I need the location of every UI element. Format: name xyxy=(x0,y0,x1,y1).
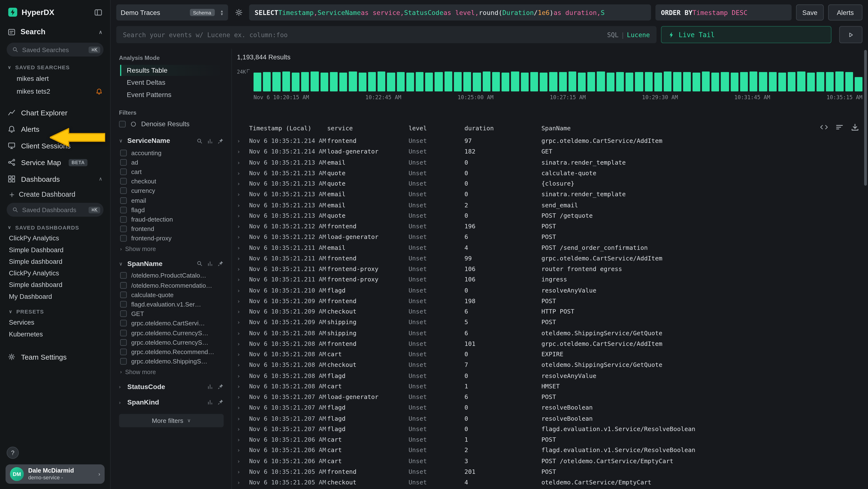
scrollbar[interactable] xyxy=(864,50,867,487)
event-search-box[interactable]: SQL|Lucene xyxy=(116,26,656,43)
facet-value-calculate-quote[interactable]: calculate-quote xyxy=(119,290,224,299)
row-expander[interactable]: › xyxy=(237,159,249,166)
histogram-bar[interactable] xyxy=(435,72,443,91)
table-row[interactable]: › Nov 6 10:35:21.208 AMcheckoutUnset7ote… xyxy=(232,360,868,371)
facet-value-checkbox[interactable] xyxy=(120,339,127,346)
facet-value-accounting[interactable]: accounting xyxy=(119,148,224,157)
sidebar-section-search[interactable]: Search ∧ xyxy=(0,23,110,40)
table-row[interactable]: › Nov 6 10:35:21.207 AMflagdUnset0flagd.… xyxy=(232,424,868,434)
sidebar-item-alerts[interactable]: Alerts xyxy=(0,121,110,138)
sidebar-item-dashboards[interactable]: Dashboards ∧ xyxy=(0,171,110,187)
facet-value-grpc-oteldemo-shippings[interactable]: grpc.oteldemo.ShippingS… xyxy=(119,357,224,366)
row-expander[interactable]: › xyxy=(237,372,249,379)
preset-item-kubernetes[interactable]: Kubernetes xyxy=(0,328,110,340)
histogram-bar[interactable] xyxy=(835,72,843,91)
histogram-bar[interactable] xyxy=(463,72,471,91)
facet-pin-icon[interactable] xyxy=(217,399,223,405)
row-expander[interactable]: › xyxy=(237,191,249,198)
table-row[interactable]: › Nov 6 10:35:21.212 AMfrontendUnset196P… xyxy=(232,221,868,232)
show-more-button[interactable]: ›Show more xyxy=(119,366,224,378)
facet-value-frontend[interactable]: frontend xyxy=(119,224,224,234)
table-row[interactable]: › Nov 6 10:35:21.211 AMfrontendUnset99gr… xyxy=(232,253,868,264)
histogram-bar[interactable] xyxy=(530,72,538,91)
facet-header-spankind[interactable]: › SpanKind xyxy=(119,395,224,409)
saved-dashboard-item-simple-dashboard[interactable]: Simple dashboard xyxy=(0,279,110,290)
facet-value-checkbox[interactable] xyxy=(120,272,127,279)
histogram-bar[interactable] xyxy=(549,72,557,91)
help-button[interactable]: ? xyxy=(7,446,19,459)
facet-value-checkbox[interactable] xyxy=(120,159,127,166)
histogram-bar[interactable] xyxy=(578,73,586,91)
histogram-bar[interactable] xyxy=(492,72,500,91)
more-filters-button[interactable]: More filters ∨ xyxy=(119,414,224,427)
row-expander[interactable]: › xyxy=(237,351,249,358)
facet-value-currency[interactable]: currency xyxy=(119,186,224,196)
sidebar-item-service-map[interactable]: Service Map BETA xyxy=(0,154,110,171)
histogram-bar[interactable] xyxy=(788,72,796,91)
histogram-bar[interactable] xyxy=(483,72,490,91)
table-row[interactable]: › Nov 6 10:35:21.208 AMflagdUnset0resolv… xyxy=(232,371,868,381)
facet-value-fraud-detection[interactable]: fraud-detection xyxy=(119,214,224,224)
row-expander[interactable]: › xyxy=(237,426,249,433)
histogram-bar[interactable] xyxy=(254,73,261,91)
histogram-bar[interactable] xyxy=(826,72,834,91)
facet-value-grpc-oteldemo-currencys[interactable]: grpc.oteldemo.CurrencyS… xyxy=(119,338,224,347)
scrollbar-thumb[interactable] xyxy=(864,50,867,186)
table-row[interactable]: › Nov 6 10:35:21.207 AMflagdUnset0resolv… xyxy=(232,402,868,413)
histogram-bar[interactable] xyxy=(692,73,701,91)
sidebar-item-client-sessions[interactable]: Client Sessions xyxy=(0,137,110,154)
row-expander[interactable]: › xyxy=(237,169,249,177)
table-row[interactable]: › Nov 6 10:35:21.213 AMquoteUnset0{closu… xyxy=(232,178,868,189)
row-expander[interactable]: › xyxy=(237,138,249,145)
histogram-bar[interactable] xyxy=(797,72,805,91)
table-row[interactable]: › Nov 6 10:35:21.208 AMcartUnset0EXPIRE xyxy=(232,349,868,359)
row-expander[interactable]: › xyxy=(237,148,249,155)
row-expander[interactable]: › xyxy=(237,180,249,187)
row-expander[interactable]: › xyxy=(237,383,249,390)
histogram-bar[interactable] xyxy=(368,72,376,91)
table-row[interactable]: › Nov 6 10:35:21.211 AMfrontend-proxyUns… xyxy=(232,275,868,285)
table-row[interactable]: › Nov 6 10:35:21.209 AMshippingUnset5POS… xyxy=(232,317,868,328)
facet-value-checkbox[interactable] xyxy=(120,320,127,327)
histogram-bar[interactable] xyxy=(320,73,329,91)
table-row[interactable]: › Nov 6 10:35:21.209 AMfrontendUnset198P… xyxy=(232,296,868,306)
user-menu[interactable]: DM Dale McDiarmid demo-service - › xyxy=(5,464,105,484)
histogram-bar[interactable] xyxy=(635,72,643,91)
row-expander[interactable]: › xyxy=(237,265,249,273)
facet-value-checkbox[interactable] xyxy=(120,207,127,213)
facet-value-checkbox[interactable] xyxy=(120,291,127,298)
histogram-bar[interactable] xyxy=(855,77,863,91)
table-row[interactable]: › Nov 6 10:35:21.206 AMcartUnset1POST xyxy=(232,434,868,445)
table-row[interactable]: › Nov 6 10:35:21.213 AMemailUnset0sinatr… xyxy=(232,189,868,200)
histogram-bar[interactable] xyxy=(349,72,357,91)
facet-value-oteldemo-recommendatio[interactable]: /oteldemo.Recommendatio… xyxy=(119,281,224,290)
histogram-bar[interactable] xyxy=(674,72,681,91)
collapse-sidebar-icon[interactable] xyxy=(94,8,102,16)
facet-value-oteldemo-productcatalo[interactable]: /oteldemo.ProductCatalo… xyxy=(119,271,224,280)
column-header-level[interactable]: ⠿level xyxy=(408,124,464,132)
table-row[interactable]: › Nov 6 10:35:21.208 AMfrontendUnset101g… xyxy=(232,338,868,349)
histogram-bar[interactable] xyxy=(273,72,281,91)
table-row[interactable]: › Nov 6 10:35:21.208 AMcartUnset1HMSET xyxy=(232,381,868,392)
live-tail-button[interactable]: Live Tail xyxy=(661,26,831,43)
row-expander[interactable]: › xyxy=(237,329,249,337)
histogram-bar[interactable] xyxy=(416,72,424,91)
table-row[interactable]: › Nov 6 10:35:21.205 AMcheckoutUnset4ote… xyxy=(232,477,868,488)
histogram-bar[interactable] xyxy=(816,72,824,91)
facet-chart-icon[interactable] xyxy=(207,138,213,144)
saved-search-item-mikes-tets2[interactable]: mikes tets2 xyxy=(0,85,110,97)
source-select[interactable]: Demo Traces Schema ▲▼ xyxy=(116,4,228,21)
facet-search-icon[interactable] xyxy=(196,261,203,267)
preset-item-services[interactable]: Services xyxy=(0,316,110,328)
histogram-bar[interactable] xyxy=(664,72,672,91)
facet-value-grpc-oteldemo-recommend[interactable]: grpc.oteldemo.Recommend… xyxy=(119,347,224,356)
histogram-bar[interactable] xyxy=(340,73,347,91)
row-expander[interactable]: › xyxy=(237,212,249,220)
column-header-spanname[interactable]: ⠿SpanName xyxy=(541,124,868,132)
histogram-bar[interactable] xyxy=(683,72,691,91)
histogram-bar[interactable] xyxy=(521,73,528,91)
analysis-mode-results-table[interactable]: Results Table xyxy=(120,65,223,76)
facet-value-checkbox[interactable] xyxy=(120,226,127,232)
analysis-mode-event-deltas[interactable]: Event Deltas xyxy=(120,77,223,88)
facet-value-checkbox[interactable] xyxy=(120,310,127,317)
